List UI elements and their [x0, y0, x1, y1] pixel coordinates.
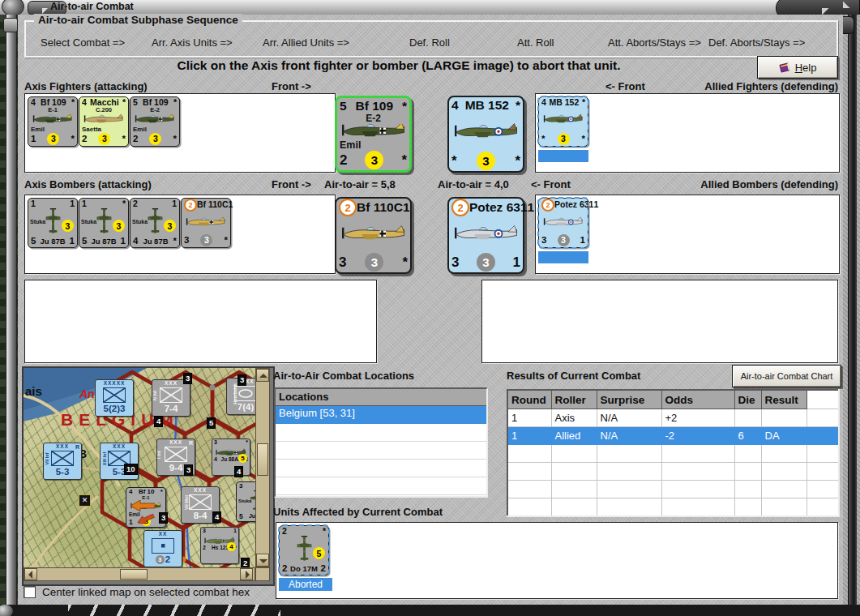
axis-front-bomber-large[interactable]: 2Bf 110C1 33*	[335, 197, 412, 274]
parent-window-bottom-frame	[0, 605, 860, 616]
unit-name: Bf 110C	[357, 199, 403, 215]
subphase-step: Def. Roll	[409, 36, 450, 49]
subphase-step: Select Combat =>	[41, 36, 125, 49]
system-menu-icon[interactable]	[2, 0, 24, 16]
unit-name: MB 152	[465, 97, 509, 113]
allied-bombers-box: 2Potez 6311 331	[535, 195, 840, 274]
unit-counter-mb-152[interactable]: 4MB 152* *3*	[447, 96, 524, 173]
help-button[interactable]: Help	[757, 56, 838, 79]
map-hex-stack-number: 3	[184, 464, 193, 476]
subphase-step: Def. Aborts/Stays =>	[708, 36, 805, 49]
location-row-empty[interactable]	[276, 460, 486, 477]
unit-name: Bf 109	[356, 98, 394, 113]
unit-model: E-2	[130, 107, 179, 113]
allied-front-fighter-large[interactable]: 4MB 152* *3*	[447, 96, 524, 173]
bf109-plane-image	[337, 124, 409, 139]
unit-counter-bf-110c[interactable]: 2Bf 110C1 33*	[335, 197, 412, 274]
unit-counter-potez-631[interactable]: 2Potez 6311 331	[447, 197, 524, 274]
locations-column-header: Locations	[276, 389, 486, 406]
combat-locations-list[interactable]: LocationsBelgium [53, 31]	[274, 387, 488, 498]
unit-nickname: Saetta	[79, 126, 128, 133]
results-row[interactable]: 1AlliedN/A-26DA	[507, 427, 839, 445]
unit-name: Bf 10	[139, 488, 155, 495]
axis-front-fighter-large[interactable]: 5Bf 109*E-2 Emil23*	[335, 96, 412, 173]
results-title: Results of Current Combat	[507, 370, 640, 382]
strength-circle: 2	[451, 199, 469, 216]
air-combat-dialog: Air-to-air Combat Subphase Sequence Sele…	[18, 15, 843, 605]
unit-counter-bf-110c[interactable]: 2Bf 110C1 33*	[181, 198, 231, 248]
results-column-header: Roller	[551, 390, 597, 409]
instruction-text: Click on the Axis front fighter or bombe…	[66, 58, 731, 73]
unit-counter-do-17m[interactable]: 2* 52Do 17M2	[279, 525, 329, 575]
unit-name: Ju 87B	[143, 236, 168, 246]
bf109-plane-image	[28, 113, 77, 126]
map-ground-unit: XXXRVII Inf5-3	[43, 443, 82, 480]
center-map-option: Center linked map on selected combat hex	[24, 586, 250, 598]
help-label-rest: elp	[802, 62, 816, 74]
results-row[interactable]	[507, 445, 839, 463]
location-row-empty[interactable]	[276, 424, 486, 442]
map-scroll-down-button[interactable]	[256, 554, 269, 567]
unit-counter-mb-152[interactable]: 4MB 152* *3*	[538, 96, 588, 147]
help-book-icon	[779, 62, 791, 74]
axis-fighters-label: Axis Fighters (attacking)	[24, 80, 148, 92]
fighters-front-right-label: Front ->	[272, 80, 311, 92]
strength-circle: 2	[184, 199, 197, 212]
unit-name: Potez 631	[469, 199, 528, 215]
potez-plane-image	[449, 216, 523, 253]
map-hscrollbar[interactable]	[24, 567, 255, 581]
map-hscroll-thumb[interactable]	[120, 569, 148, 580]
unit-name: Bf 110C	[197, 199, 229, 209]
selection-bar	[538, 150, 588, 162]
unit-counter-ju-87b[interactable]: 21 Stuka34Ju 87B*	[130, 198, 180, 248]
unit-counter-bf-109[interactable]: 5Bf 109*E-2 Emil23*	[335, 96, 412, 173]
map-air-unit: 3* 5 4Ju 88A13	[212, 438, 250, 476]
allied-bombers-label: Allied Bombers (defending)	[700, 178, 838, 190]
unit-counter-bf-109[interactable]: 5Bf 109*E-2 Emil23*	[130, 96, 180, 147]
bombers-front-right-label: Front ->	[272, 178, 311, 190]
bf109-plane-image	[130, 113, 179, 126]
strength-circle: 5	[313, 547, 325, 559]
location-row-empty[interactable]	[276, 477, 486, 495]
combat-chart-button[interactable]: Air-to-air Combat Chart	[732, 365, 841, 387]
strength-circle: 3	[164, 220, 176, 232]
center-map-checkbox[interactable]	[24, 586, 36, 598]
map-vscrollbar[interactable]	[255, 368, 270, 567]
subphase-step: Att. Aborts/Stays =>	[608, 36, 701, 49]
unit-model: C.200	[79, 107, 128, 113]
location-row-empty[interactable]	[276, 442, 486, 460]
unit-counter-ju-87b[interactable]: 11 Stuka35Ju 87B1	[28, 198, 78, 248]
strength-circle: 3	[477, 253, 495, 272]
map-vscroll-thumb[interactable]	[257, 443, 268, 476]
potez-plane-image	[539, 212, 588, 234]
strength-circle: 3	[62, 220, 74, 232]
linked-map-panel: aisAntwDyBELGIUMBsXXXXX5(2)3XXXN Inf7-4X…	[22, 366, 275, 586]
parent-window-left-frame	[0, 15, 18, 616]
results-row[interactable]	[507, 498, 839, 517]
unit-name: Ju 87B	[91, 236, 116, 246]
unit-nickname: Emil	[130, 126, 179, 133]
mb152-plane-image	[539, 107, 588, 133]
location-row[interactable]: Belgium [53, 31]	[276, 406, 486, 424]
results-column-header: Round	[507, 390, 551, 409]
combat-results-table[interactable]: RoundRollerSurpriseOddsDieResult 1AxisN/…	[507, 389, 840, 517]
results-row[interactable]	[507, 463, 839, 481]
allied-front-bomber-large[interactable]: 2Potez 6311 331	[447, 197, 524, 274]
results-row[interactable]	[507, 481, 839, 498]
stuka-plane-image: Stuka3	[28, 208, 77, 236]
unit-counter-bf-109[interactable]: 4Bf 109*E-1 Emil13*	[28, 96, 78, 147]
map-hex-stack-number: 4	[154, 416, 163, 427]
unit-counter-ju-87b[interactable]: 1* Stuka35Ju 87B1	[79, 198, 129, 248]
unit-counter-macchi[interactable]: 4Macchi*C.200 Saetta23*	[79, 96, 129, 147]
allied-bombers-list: 2Potez 6311 331	[536, 195, 839, 266]
bf110-plane-image	[336, 216, 410, 253]
stuka-plane-image: Stuka3	[237, 490, 255, 512]
screen: Air-to-air Combat Air-to-air Combat Subp…	[0, 0, 860, 616]
map-scroll-left-button[interactable]	[24, 568, 37, 580]
map-scroll-up-button[interactable]	[256, 369, 269, 382]
allied-reserve-box	[481, 280, 838, 363]
unit-counter-potez-631[interactable]: 2Potez 6311 331	[538, 198, 588, 248]
linked-map-viewport[interactable]: aisAntwDyBELGIUMBsXXXXX5(2)3XXXN Inf7-4X…	[24, 368, 255, 567]
results-row[interactable]: 1AxisN/A+2	[507, 409, 839, 427]
map-scroll-right-button[interactable]	[240, 568, 253, 580]
